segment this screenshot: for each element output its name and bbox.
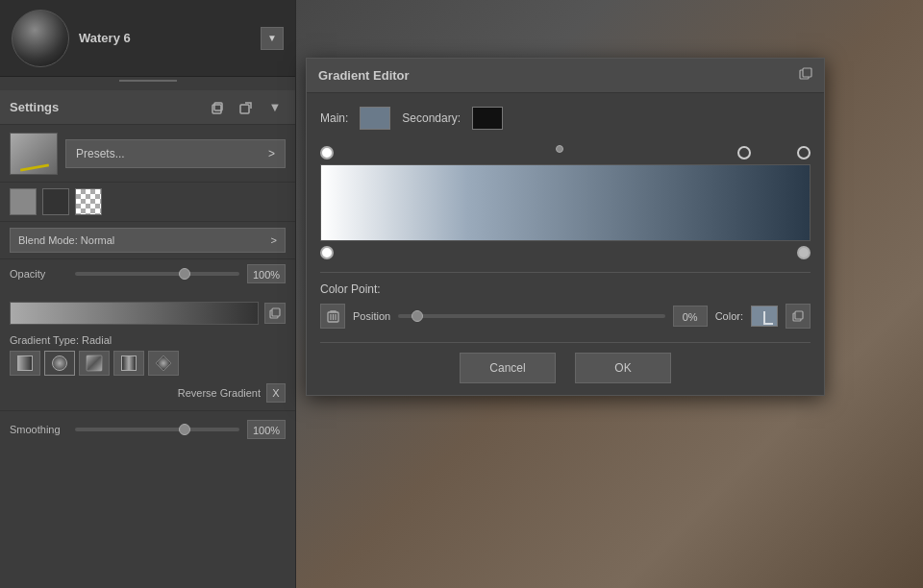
secondary-color-swatch[interactable] [472, 107, 503, 130]
opacity-slider[interactable] [75, 272, 239, 276]
smoothing-slider[interactable] [75, 428, 239, 431]
stop-right2-top[interactable] [797, 146, 811, 159]
smoothing-row: Smoothing 100% [0, 415, 295, 444]
smoothing-label: Smoothing [10, 424, 67, 435]
stop-right-bottom[interactable] [797, 246, 811, 259]
radial-icon [52, 355, 67, 371]
gradient-editor-dialog: Gradient Editor Main: Secondary: [306, 58, 825, 396]
color-point-controls: Position 0% Color: [320, 304, 811, 329]
stop-mid-top[interactable] [556, 145, 563, 153]
settings-export-icon[interactable] [236, 97, 257, 118]
dialog-buttons: Cancel OK [320, 342, 811, 383]
main-color-label: Main: [320, 111, 348, 125]
color-point-section: Color Point: Position 0% Color: [320, 272, 811, 329]
ok-button[interactable]: OK [575, 353, 671, 383]
gradient-main-strip[interactable] [320, 164, 811, 241]
svg-rect-4 [272, 308, 280, 316]
swatch-checker[interactable] [75, 188, 102, 215]
stop-left-top[interactable] [320, 146, 334, 159]
brush-preview-area: Watery 6 ▼ [0, 0, 295, 77]
swatch-dark[interactable] [42, 188, 69, 215]
swatch-row [0, 183, 295, 222]
settings-copy-icon[interactable] [207, 97, 228, 118]
smoothing-slider-thumb [179, 424, 190, 435]
main-color-swatch[interactable] [360, 107, 390, 130]
settings-header: Settings ▼ [0, 90, 295, 125]
settings-label: Settings [10, 100, 199, 114]
bottom-stop-row [320, 243, 811, 262]
blend-mode-row: Blend Mode: Normal > [0, 222, 295, 259]
color-swatch-wrapper [751, 306, 778, 327]
dialog-body: Main: Secondary: [307, 93, 824, 395]
grad-type-diamond[interactable] [148, 351, 179, 376]
stop-left-bottom[interactable] [320, 246, 334, 259]
delete-stop-button[interactable] [320, 304, 345, 329]
cursor-indicator [763, 311, 773, 325]
svg-marker-6 [156, 355, 171, 371]
left-panel: Watery 6 ▼ Settings ▼ Presets... > [0, 0, 296, 588]
top-stop-row [320, 143, 811, 162]
brush-preview-circle [12, 10, 69, 67]
grad-type-linear[interactable] [10, 351, 40, 376]
color-control-label: Color: [715, 310, 743, 322]
color-header-row: Main: Secondary: [320, 107, 811, 130]
svg-rect-2 [240, 105, 249, 113]
position-label: Position [353, 310, 390, 322]
cancel-button[interactable]: Cancel [460, 353, 556, 383]
color-point-label: Color Point: [320, 282, 811, 296]
opacity-slider-thumb [179, 268, 190, 280]
brush-dropdown-button[interactable]: ▼ [261, 27, 284, 50]
blend-mode-button[interactable]: Blend Mode: Normal > [10, 228, 286, 253]
dialog-title: Gradient Editor [318, 68, 410, 83]
gradient-preview-bar[interactable] [10, 302, 259, 325]
reverse-gradient-label: Reverse Gradient [178, 387, 261, 399]
gradient-copy-icon[interactable] [264, 303, 286, 324]
diamond-icon [155, 355, 172, 372]
presets-thumbnail [10, 133, 58, 175]
position-slider-thumb [412, 310, 423, 322]
svg-rect-8 [803, 68, 811, 77]
gradient-type-label: Gradient Type: Radial [10, 334, 286, 346]
opacity-value: 100% [247, 264, 286, 283]
swatch-gray[interactable] [10, 188, 37, 215]
presets-button[interactable]: Presets... > [65, 139, 286, 168]
secondary-color-label: Secondary: [402, 111, 461, 125]
gradient-type-buttons [10, 351, 286, 376]
smoothing-divider [0, 410, 295, 411]
position-slider[interactable] [398, 314, 665, 318]
svg-rect-14 [795, 311, 803, 319]
opacity-label: Opacity [10, 268, 67, 280]
smoothing-value: 100% [247, 420, 286, 439]
brush-name: Watery 6 [79, 31, 251, 45]
position-value: 0% [673, 306, 708, 327]
angle-icon [86, 355, 103, 372]
stop-right1-top[interactable] [737, 146, 751, 159]
svg-rect-5 [87, 355, 102, 371]
grad-type-radial[interactable] [44, 351, 75, 376]
dialog-titlebar: Gradient Editor [307, 59, 824, 93]
linear-icon [17, 355, 33, 371]
reflect-icon [121, 355, 137, 371]
settings-dropdown-icon[interactable]: ▼ [264, 97, 286, 118]
reverse-gradient-row: Reverse Gradient X [0, 380, 295, 406]
gradient-bar-row [0, 296, 295, 331]
dialog-title-icon [799, 67, 812, 84]
opacity-row: Opacity 100% [0, 259, 295, 288]
gradient-strip-container [320, 143, 811, 262]
grad-type-reflect[interactable] [113, 351, 144, 376]
reverse-gradient-button[interactable]: X [266, 383, 286, 403]
gradient-type-row: Gradient Type: Radial [0, 331, 295, 380]
grad-type-angle[interactable] [79, 351, 110, 376]
copy-color-button[interactable] [786, 304, 811, 329]
presets-row: Presets... > [0, 125, 295, 183]
